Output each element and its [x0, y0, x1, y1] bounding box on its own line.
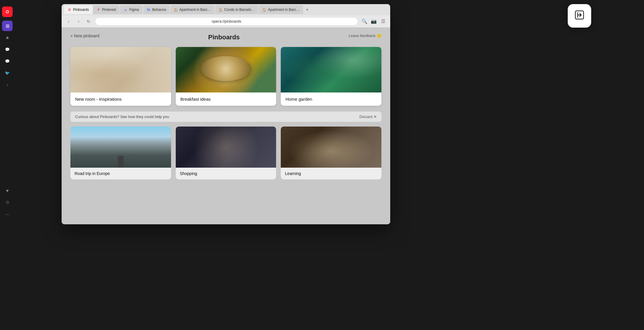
tab-bar: O Pinboards P Pinterest ◈ Figma Bē Behan… [62, 4, 390, 15]
discard-button[interactable]: Discard ✕ [359, 115, 377, 119]
tab-behance-label: Behance [152, 8, 166, 12]
suggestion-label-shopping: Shopping [176, 168, 276, 179]
new-pinboard-button[interactable]: + New pinboard [70, 33, 99, 38]
tab-pinterest[interactable]: P Pinterest [93, 5, 119, 14]
sidebar-twitter-icon[interactable]: 🐦 [2, 68, 13, 78]
suggestion-card-shopping[interactable]: Shopping [176, 127, 276, 179]
sidebar-extensions-icon[interactable]: ⊞ [2, 21, 13, 31]
tab-pinboards-label: Pinboards [73, 8, 89, 12]
search-icon[interactable]: 🔍 [361, 18, 368, 25]
pinboard-card-room[interactable]: New room - Inspirations [70, 47, 171, 106]
new-pinboard-label: + New pinboard [70, 33, 99, 38]
share-fab-button[interactable] [568, 4, 591, 28]
suggestion-card-roadtrip[interactable]: Road trip in Europe [70, 127, 171, 179]
pinboard-image-room [70, 47, 171, 92]
pinterest-favicon: P [97, 8, 101, 12]
opera-logo-button[interactable]: O [2, 6, 13, 17]
behance-favicon: Bē [147, 8, 151, 12]
info-banner-text: Curious about Pinboards? See how they co… [75, 115, 169, 119]
sidebar-messages-icon[interactable]: 💬 [2, 44, 13, 55]
tab-airbnb2-label: Condo in Barcelo… [224, 8, 255, 12]
content-area: + New pinboard Pinboards Leave feedback … [62, 28, 390, 224]
refresh-button[interactable]: ↻ [85, 18, 92, 25]
suggestion-grid: Road trip in Europe Shopping Learning [70, 127, 381, 179]
airbnb2-favicon: 🏠 [219, 8, 223, 12]
suggestion-image-shopping [176, 127, 276, 168]
leave-feedback-button[interactable]: Leave feedback 🙂 [349, 33, 381, 38]
figma-favicon: ◈ [124, 8, 128, 12]
sidebar-favorites-icon[interactable]: ★ [2, 32, 13, 43]
pinboard-image-garden [281, 47, 381, 92]
tab-airbnb1-label: Apartment in Barc… [179, 8, 211, 12]
suggestion-label-learning: Learning [281, 168, 381, 179]
pinboard-label-room: New room - Inspirations [70, 92, 171, 106]
tab-pinboards[interactable]: O Pinboards [64, 5, 92, 14]
new-tab-button[interactable]: + [304, 6, 311, 13]
suggestion-image-learning [281, 127, 381, 168]
discard-icon: ✕ [373, 115, 377, 119]
sidebar-spotify-icon[interactable]: ♪ [2, 79, 13, 90]
suggestion-image-roadtrip [70, 127, 171, 168]
sidebar-more-icon[interactable]: ⋯ [2, 209, 13, 220]
feedback-emoji: 🙂 [377, 33, 381, 38]
pinboard-grid: New room - Inspirations Breakfast ideas … [70, 47, 381, 106]
address-bar: ‹ › ↻ opera://pinboards 🔍 📷 ☰ [62, 15, 390, 28]
forward-button[interactable]: › [75, 18, 82, 25]
browser-window: O Pinboards P Pinterest ◈ Figma Bē Behan… [62, 4, 390, 224]
page-title: Pinboards [99, 33, 349, 41]
share-icon [574, 10, 585, 22]
tab-figma-label: Figma [129, 8, 139, 12]
tab-airbnb1[interactable]: 🏠 Apartment in Barc… [170, 5, 214, 14]
sidebar-heart-icon[interactable]: ♥ [2, 186, 13, 196]
suggestion-card-learning[interactable]: Learning [281, 127, 381, 179]
sidebar-icons-container: O ⊞ ★ 💬 💬 🐦 ♪ ♥ ⏱ ⋯ [0, 4, 15, 224]
page-header: + New pinboard Pinboards Leave feedback … [70, 33, 381, 41]
suggestion-label-roadtrip: Road trip in Europe [70, 168, 171, 179]
leave-feedback-label: Leave feedback [349, 33, 376, 38]
pinboards-favicon: O [67, 8, 72, 12]
pinboard-label-breakfast: Breakfast ideas [176, 92, 276, 106]
tab-airbnb3[interactable]: 🏠 Apartment in Barc… [259, 5, 303, 14]
pinboard-card-garden[interactable]: Home garden [281, 47, 381, 106]
pinboard-card-breakfast[interactable]: Breakfast ideas [176, 47, 276, 106]
back-button[interactable]: ‹ [65, 18, 72, 25]
info-banner: Curious about Pinboards? See how they co… [70, 112, 381, 122]
menu-icon[interactable]: ☰ [380, 18, 387, 25]
screenshot-icon[interactable]: 📷 [370, 18, 377, 25]
tab-pinterest-label: Pinterest [102, 8, 116, 12]
toolbar-right: 🔍 📷 ☰ [361, 18, 387, 25]
tab-airbnb2[interactable]: 🏠 Condo in Barcelo… [215, 5, 258, 14]
airbnb3-favicon: 🏠 [262, 8, 266, 12]
url-bar[interactable]: opera://pinboards [95, 17, 358, 26]
pinboard-label-garden: Home garden [281, 92, 381, 106]
url-text: opera://pinboards [212, 19, 241, 23]
tab-figma[interactable]: ◈ Figma [120, 5, 142, 14]
opera-sidebar: O ⊞ ★ 💬 💬 🐦 ♪ ♥ ⏱ ⋯ [0, 4, 62, 224]
sidebar-history-icon[interactable]: ⏱ [2, 197, 13, 208]
discard-label: Discard [359, 115, 372, 119]
tab-airbnb3-label: Apartment in Barc… [268, 8, 300, 12]
sidebar-whatsapp-icon[interactable]: 💬 [2, 56, 13, 66]
airbnb1-favicon: 🏠 [174, 8, 178, 12]
tab-behance[interactable]: Bē Behance [143, 5, 170, 14]
pinboard-image-breakfast [176, 47, 276, 92]
